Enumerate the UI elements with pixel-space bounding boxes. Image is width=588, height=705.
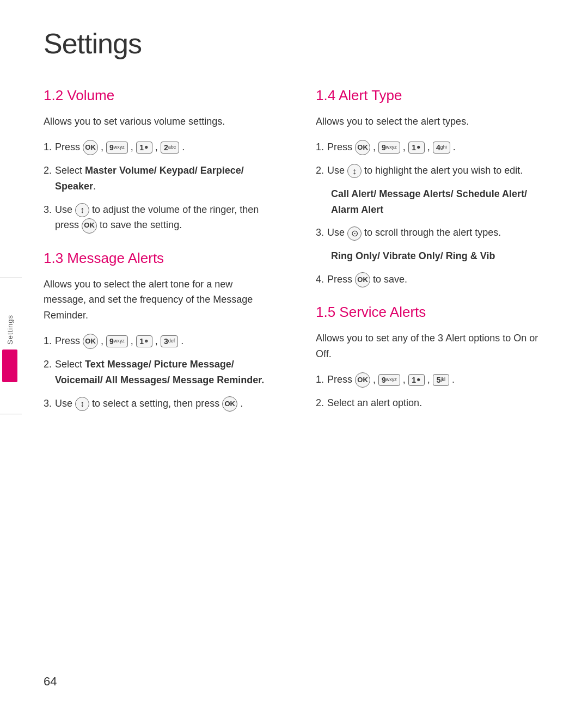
message-alerts-heading: 1.3 Message Alerts [44,250,278,267]
ok-button-icon: OK [83,140,98,155]
ok-icon: OK [82,218,97,234]
step-content: Use ↕ to adjust the volume of the ringer… [55,202,278,234]
message-alerts-intro: Allows you to select the alert tone for … [44,277,278,323]
page-title: Settings [44,27,555,60]
step-content: Use ↕ to highlight the alert you wish to… [327,163,550,179]
sidebar-line-bottom [0,414,22,414]
ok-icon: OK [355,140,370,155]
alert-type-heading: 1.4 Alert Type [316,87,550,104]
volume-step-2: 2. Select Master Volume/ Keypad/ Earpiec… [44,163,278,194]
ok-icon: OK [222,396,237,412]
step-num: 1. [44,333,52,349]
step-content: Use ↕ to select a setting, then press OK… [55,396,278,412]
step-content: Press OK to save. [327,272,550,287]
step-num: 4. [316,272,324,287]
step-content: Select an alert option. [327,395,550,411]
alert-step-2: 2. Use ↕ to highlight the alert you wish… [316,163,550,179]
alert-type-intro: Allows you to select the alert types. [316,114,550,130]
key-1: 1 ☻ [136,335,152,347]
step-num: 2. [316,163,324,179]
step-num: 1. [316,372,324,388]
step-content: Press OK , 9wxyz , 1 ☻ , 5 jkl . [327,372,550,388]
step-num: 1. [44,139,52,155]
key-9wxyz: 9wxyz [378,142,400,154]
step-content: Press OK , 9wxyz , 1 ☻ , 4 ghi . [327,139,550,155]
key-1: 1 ☻ [136,142,152,154]
step-content: Press OK , 9wxyz , 1 ☻ , 3 def . [55,333,278,349]
step-num: 3. [44,396,52,412]
key-3def: 3 def [161,335,178,347]
step-content: Select Master Volume/ Keypad/ Earpiece/ … [55,163,278,194]
nav-icon: ↕ [75,397,89,411]
alert-sub-2: Ring Only/ Vibrate Only/ Ring & Vib [331,248,550,264]
right-column: 1.4 Alert Type Allows you to select the … [316,82,555,419]
message-step-2: 2. Select Text Message/ Picture Message/… [44,357,278,388]
alert-step-4: 4. Press OK to save. [316,272,550,287]
nav-scroll-icon: ⊙ [347,226,362,241]
sidebar-line-top [0,278,22,278]
step-num: 2. [44,163,52,179]
nav-icon: ↕ [75,203,89,217]
key-9wxyz: 9wxyz [378,374,400,386]
volume-heading: 1.2 Volume [44,87,278,104]
two-col-layout: 1.2 Volume Allows you to set various vol… [44,82,555,419]
sidebar-label: Settings [6,315,14,345]
step-num: 1. [316,139,324,155]
step-content: Press OK , 9wxyz , 1 ☻ , 2 abc . [55,139,278,155]
alert-sub-1: Call Alert/ Message Alerts/ Schedule Ale… [331,186,550,218]
volume-intro: Allows you to set various volume setting… [44,114,278,130]
key-1: 1 ☻ [408,142,425,154]
ok-icon: OK [355,272,370,287]
key-2abc: 2 abc [161,142,179,154]
service-step-2: 2. Select an alert option. [316,395,550,411]
service-alerts-intro: Allows you to set any of the 3 Alert opt… [316,330,550,362]
volume-step-1: 1. Press OK , 9wxyz , 1 ☻ , 2 abc . [44,139,278,155]
ok-icon: OK [83,334,98,349]
message-step-3: 3. Use ↕ to select a setting, then press… [44,396,278,412]
sidebar-tab: Settings [0,299,20,397]
step-content: Select Text Message/ Picture Message/ Vo… [55,357,278,388]
key-9wxyz: 9wxyz [106,142,128,154]
service-alerts-heading: 1.5 Service Alerts [316,304,550,321]
step-num: 3. [316,225,324,241]
volume-step-3: 3. Use ↕ to adjust the volume of the rin… [44,202,278,234]
sidebar-bar [2,350,17,382]
key-4ghi: 4 ghi [433,142,450,154]
step-num: 2. [44,357,52,372]
nav-icon: ↕ [347,164,362,178]
key-5jkl: 5 jkl [433,374,449,386]
alert-step-3: 3. Use ⊙ to scroll through the alert typ… [316,225,550,241]
step-num: 3. [44,202,52,218]
key-1: 1 ☻ [408,374,425,386]
service-step-1: 1. Press OK , 9wxyz , 1 ☻ , 5 jkl . [316,372,550,388]
ok-icon: OK [355,372,370,388]
step-num: 2. [316,395,324,411]
message-step-1: 1. Press OK , 9wxyz , 1 ☻ , 3 def . [44,333,278,349]
page-number: 64 [44,675,57,689]
left-column: 1.2 Volume Allows you to set various vol… [44,82,283,419]
alert-step-1: 1. Press OK , 9wxyz , 1 ☻ , 4 ghi . [316,139,550,155]
page-container: Settings Settings 1.2 Volume Allows you … [0,0,588,705]
main-content: Settings 1.2 Volume Allows you to set va… [44,27,555,419]
step-content: Use ⊙ to scroll through the alert types. [327,225,550,241]
key-9wxyz: 9wxyz [106,335,128,347]
